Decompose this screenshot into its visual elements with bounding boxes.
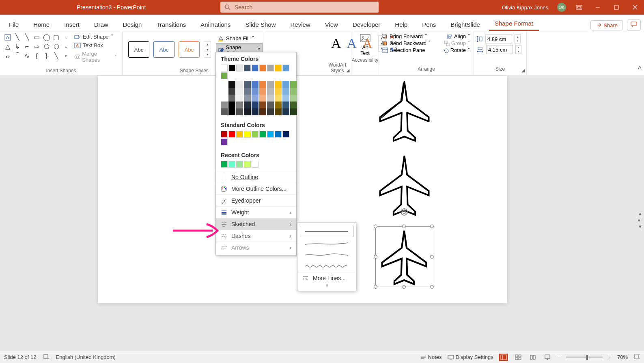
share-button[interactable]: Share: [590, 20, 623, 30]
tab-home[interactable]: Home: [28, 18, 55, 31]
more-lines-item[interactable]: More Lines...: [297, 272, 356, 284]
gallery-nav[interactable]: ▴▾▾: [378, 35, 386, 52]
color-swatch[interactable]: [221, 131, 228, 138]
more-icon[interactable]: ⌄: [62, 33, 70, 41]
hexagon-shape-icon[interactable]: ⬡: [52, 42, 60, 51]
color-swatch[interactable]: [290, 81, 297, 88]
tab-review[interactable]: Review: [284, 18, 316, 31]
collapse-ribbon-icon[interactable]: ᐱ: [638, 65, 642, 71]
color-swatch[interactable]: [228, 161, 235, 168]
color-swatch[interactable]: [244, 88, 251, 95]
color-swatch[interactable]: [236, 108, 243, 115]
resize-handle[interactable]: [430, 225, 434, 228]
color-swatch[interactable]: [290, 102, 297, 108]
color-swatch[interactable]: [252, 102, 258, 108]
color-swatch[interactable]: [267, 102, 274, 108]
more-colors-item[interactable]: More Outline Colors...: [216, 183, 296, 194]
slide-sorter-view-icon[interactable]: [514, 354, 523, 361]
arc-shape-icon[interactable]: ⌒: [13, 52, 22, 60]
color-swatch[interactable]: [221, 81, 228, 88]
rotate-handle-icon[interactable]: [401, 208, 408, 216]
color-swatch[interactable]: [236, 161, 243, 168]
zoom-in-button[interactable]: +: [608, 354, 612, 360]
edit-shape-button[interactable]: Edit Shape ˅: [73, 33, 119, 41]
color-swatch[interactable]: [221, 102, 228, 108]
tab-design[interactable]: Design: [117, 18, 148, 31]
height-input[interactable]: [485, 35, 512, 43]
resize-handle[interactable]: [374, 225, 377, 228]
style-preset[interactable]: Abc: [128, 41, 149, 58]
shapes-gallery[interactable]: A ╲ ╲ ▭ ◯ ▢ ⌄ △ ↳ ⌐ ⇨ ⬠ ⬡ ⌄: [3, 33, 70, 64]
fit-to-window-icon[interactable]: [633, 354, 640, 361]
color-swatch[interactable]: [275, 81, 282, 88]
language-indicator[interactable]: English (United Kingdom): [56, 354, 116, 360]
brace-shape-icon[interactable]: {: [32, 52, 41, 60]
color-swatch[interactable]: [228, 95, 235, 102]
color-swatch[interactable]: [244, 108, 251, 115]
wave-shape-icon[interactable]: ∿: [23, 52, 31, 60]
color-swatch[interactable]: [228, 65, 235, 71]
color-swatch[interactable]: [221, 88, 228, 95]
color-swatch[interactable]: [228, 102, 235, 108]
tab-brightslide[interactable]: BrightSlide: [445, 18, 486, 31]
freeform-shape-icon[interactable]: ⴰ: [3, 52, 12, 60]
text-outline-button[interactable]: A˅: [390, 41, 397, 46]
color-swatch[interactable]: [267, 108, 274, 115]
connector-shape-icon[interactable]: ⌐: [23, 42, 31, 51]
color-swatch[interactable]: [236, 95, 243, 102]
color-swatch[interactable]: [252, 131, 258, 138]
color-swatch[interactable]: [244, 161, 251, 168]
zoom-out-button[interactable]: −: [558, 354, 561, 360]
color-swatch[interactable]: [275, 108, 282, 115]
color-swatch[interactable]: [275, 95, 282, 102]
search-box[interactable]: Search: [220, 2, 379, 13]
color-swatch[interactable]: [221, 161, 228, 168]
oval-shape-icon[interactable]: ◯: [42, 33, 51, 41]
color-swatch[interactable]: [259, 65, 266, 71]
tab-file[interactable]: File: [3, 18, 24, 31]
color-swatch[interactable]: [244, 65, 251, 71]
color-swatch[interactable]: [267, 95, 274, 102]
zoom-slider[interactable]: [566, 357, 603, 358]
color-swatch[interactable]: [221, 95, 228, 102]
color-swatch[interactable]: [244, 102, 251, 108]
color-swatch[interactable]: [244, 81, 251, 88]
spellcheck-icon[interactable]: [43, 354, 50, 361]
tab-insert[interactable]: Insert: [58, 18, 85, 31]
plane-shape-3-selected[interactable]: [378, 228, 431, 287]
pentagon-shape-icon[interactable]: ⬠: [42, 42, 51, 51]
resize-handle[interactable]: [402, 225, 406, 228]
slide-counter[interactable]: Slide 12 of 12: [4, 354, 37, 360]
color-swatch[interactable]: [282, 65, 289, 71]
connector-shape-icon[interactable]: ↳: [13, 42, 22, 51]
color-swatch[interactable]: [290, 108, 297, 115]
user-avatar[interactable]: OK: [557, 3, 566, 12]
color-swatch[interactable]: [221, 138, 228, 145]
color-swatch[interactable]: [275, 131, 282, 138]
comments-button[interactable]: [627, 19, 641, 31]
resize-handle[interactable]: [374, 255, 377, 259]
color-swatch[interactable]: [236, 131, 243, 138]
color-swatch[interactable]: [236, 102, 243, 108]
resize-handle[interactable]: [430, 285, 434, 289]
color-swatch[interactable]: [259, 108, 266, 115]
color-swatch[interactable]: [267, 131, 274, 138]
alt-text-button[interactable]: Alt Text: [360, 34, 371, 56]
color-swatch[interactable]: [282, 81, 289, 88]
text-box-button[interactable]: AText Box: [73, 41, 119, 49]
maximize-icon[interactable]: [611, 2, 622, 13]
line-shape-icon[interactable]: ╲: [23, 33, 31, 41]
notes-button[interactable]: Notes: [420, 354, 442, 360]
color-swatch[interactable]: [236, 65, 243, 71]
color-swatch[interactable]: [275, 88, 282, 95]
tab-view[interactable]: View: [319, 18, 344, 31]
arrow-shape-icon[interactable]: ⇨: [32, 42, 41, 51]
weight-item[interactable]: Weight›: [216, 206, 296, 218]
line-shape-icon[interactable]: ╲: [13, 33, 22, 41]
color-swatch[interactable]: [228, 108, 235, 115]
textbox-shape-icon[interactable]: A: [3, 33, 12, 41]
color-swatch[interactable]: [267, 81, 274, 88]
roundrect-shape-icon[interactable]: ▢: [52, 33, 60, 41]
sketch-style-freehand[interactable]: [297, 249, 356, 261]
line-shape-icon[interactable]: ╲: [52, 52, 60, 60]
